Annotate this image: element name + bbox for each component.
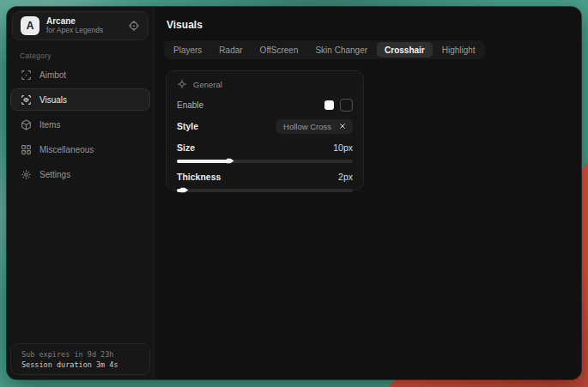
sidebar-item-aimbot[interactable]: Aimbot xyxy=(10,63,150,86)
size-label: Size xyxy=(177,142,195,153)
sidebar-item-label: Aimbot xyxy=(39,70,66,80)
style-label: Style xyxy=(177,121,198,131)
tab-highlight[interactable]: Highlight xyxy=(434,42,483,57)
panel-header: General xyxy=(177,79,353,89)
size-value: 10px xyxy=(333,142,353,153)
enable-label: Enable xyxy=(177,100,203,110)
subscription-status-card: Sub expires in 9d 23h Session duration 3… xyxy=(10,343,150,375)
tab-skin-changer[interactable]: Skin Changer xyxy=(307,42,375,57)
tab-players[interactable]: Players xyxy=(166,42,209,57)
color-swatch[interactable] xyxy=(324,100,334,110)
grid-icon xyxy=(21,144,32,155)
brand-card: A Arcane for Apex Legends xyxy=(12,11,149,40)
thickness-value: 2px xyxy=(338,172,353,182)
style-select[interactable]: Hollow Cross xyxy=(276,119,353,134)
target-icon[interactable] xyxy=(128,20,140,32)
main-content: Visuals Players Radar OffScreen Skin Cha… xyxy=(155,7,581,379)
clear-icon[interactable] xyxy=(339,123,346,130)
size-slider-fill xyxy=(177,160,230,163)
brand-subtitle: for Apex Legends xyxy=(46,27,121,35)
general-panel: General Enable Style Hollow Cross xyxy=(166,70,364,190)
tab-crosshair[interactable]: Crosshair xyxy=(377,42,433,57)
panel-title: General xyxy=(193,80,222,89)
eye-scan-icon xyxy=(21,94,32,106)
tab-offscreen[interactable]: OffScreen xyxy=(252,42,306,57)
sidebar-item-visuals[interactable]: Visuals xyxy=(10,88,150,111)
brand-text: Arcane for Apex Legends xyxy=(46,16,121,34)
thickness-label: Thickness xyxy=(177,172,221,182)
sidebar-item-label: Miscellaneous xyxy=(39,145,94,154)
general-crosshair-icon xyxy=(177,79,187,89)
size-row: Size 10px xyxy=(177,141,353,154)
enable-checkbox[interactable] xyxy=(340,99,353,112)
category-label: Category xyxy=(20,51,52,60)
sidebar-item-items[interactable]: Items xyxy=(10,113,150,136)
size-slider[interactable] xyxy=(177,157,353,165)
sidebar-nav: Aimbot Visuals xyxy=(10,63,150,185)
sidebar-item-settings[interactable]: Settings xyxy=(10,163,150,185)
style-row: Style Hollow Cross xyxy=(177,118,353,134)
tab-bar: Players Radar OffScreen Skin Changer Cro… xyxy=(164,40,485,59)
thickness-slider-thumb[interactable] xyxy=(180,187,188,194)
session-duration-text: Session duration 3m 4s xyxy=(21,360,139,369)
desktop-background: A Arcane for Apex Legends Category xyxy=(0,0,588,387)
enable-controls xyxy=(324,99,353,112)
sidebar: A Arcane for Apex Legends Category xyxy=(7,7,155,379)
enable-row: Enable xyxy=(177,97,353,112)
thickness-row: Thickness 2px xyxy=(177,170,353,184)
thickness-slider-track[interactable] xyxy=(177,189,353,192)
package-icon xyxy=(21,119,32,130)
style-value: Hollow Cross xyxy=(283,122,331,131)
sidebar-item-label: Visuals xyxy=(39,95,67,105)
thickness-slider[interactable] xyxy=(177,186,353,194)
sidebar-item-label: Settings xyxy=(39,170,70,179)
brand-logo: A xyxy=(21,16,39,35)
gear-icon xyxy=(21,169,32,180)
size-slider-thumb[interactable] xyxy=(227,158,234,165)
crosshair-icon xyxy=(21,70,32,81)
tab-radar[interactable]: Radar xyxy=(211,42,250,57)
page-title: Visuals xyxy=(167,19,203,31)
arcane-menu-window: A Arcane for Apex Legends Category xyxy=(7,7,581,379)
sidebar-item-miscellaneous[interactable]: Miscellaneous xyxy=(10,138,150,160)
sidebar-item-label: Items xyxy=(39,120,60,130)
sub-expiry-text: Sub expires in 9d 23h xyxy=(21,350,139,359)
